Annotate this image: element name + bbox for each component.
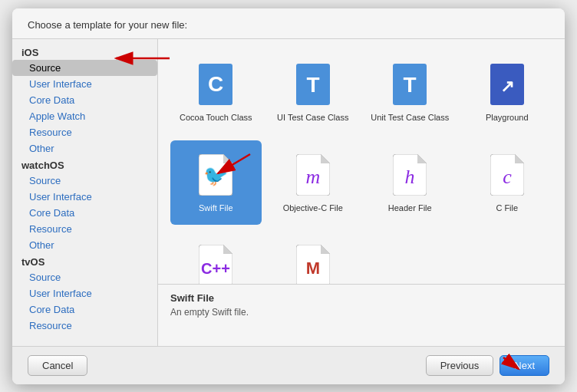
template-item-metal-file[interactable]: M Metal File	[268, 231, 359, 285]
sidebar: iOSSourceUser InterfaceCore DataApple Wa…	[12, 39, 158, 346]
unit-test-icon: T	[389, 60, 430, 109]
template-item-playground[interactable]: ↗ Playground	[462, 50, 553, 134]
header-file-icon: h	[389, 150, 430, 199]
template-item-unit-test[interactable]: T Unit Test Case Class	[364, 50, 456, 134]
template-item-cpp-file[interactable]: C++ C++ File	[170, 231, 262, 285]
svg-text:C++: C++	[201, 260, 230, 277]
description-panel: Swift File An empty Swift file.	[158, 285, 565, 346]
template-grid: C Cocoa Touch Class T UI Test Case Class…	[158, 39, 565, 285]
cancel-button[interactable]: Cancel	[28, 355, 87, 376]
template-item-header-file[interactable]: h Header File	[364, 140, 456, 225]
new-file-dialog: Choose a template for your new file: iOS…	[12, 8, 565, 384]
dialog-title: Choose a template for your new file:	[28, 19, 187, 31]
sidebar-item-source[interactable]: Source	[12, 173, 157, 189]
playground-icon: ↗	[486, 60, 528, 109]
dialog-footer: Cancel Previous Next	[12, 346, 565, 384]
template-label-objc-file: Objective-C File	[283, 203, 343, 213]
svg-text:C: C	[208, 72, 223, 96]
template-label-cocoa-touch: Cocoa Touch Class	[180, 112, 252, 123]
template-label-ui-test: UI Test Case Class	[277, 112, 348, 123]
description-title: Swift File	[170, 292, 552, 304]
sidebar-item-other[interactable]: Other	[12, 237, 157, 253]
template-label-c-file: C File	[496, 203, 518, 213]
template-label-playground: Playground	[486, 112, 529, 123]
template-label-unit-test: Unit Test Case Class	[371, 112, 449, 123]
sidebar-item-user-interface[interactable]: User Interface	[12, 285, 157, 301]
cpp-file-icon: C++	[195, 241, 236, 284]
sidebar-item-core-data[interactable]: Core Data	[12, 301, 157, 318]
sidebar-section-watchos: watchOS	[12, 156, 157, 173]
svg-text:T: T	[306, 73, 319, 97]
svg-text:m: m	[305, 166, 320, 188]
sidebar-item-core-data[interactable]: Core Data	[12, 205, 157, 221]
dialog-header: Choose a template for your new file:	[12, 8, 565, 39]
template-item-c-file[interactable]: c C File	[462, 140, 553, 225]
svg-text:M: M	[306, 259, 320, 278]
sidebar-section-ios: iOS	[12, 44, 157, 60]
next-button[interactable]: Next	[500, 355, 549, 376]
sidebar-item-source[interactable]: Source	[12, 269, 157, 285]
sidebar-section-tvos: tvOS	[12, 253, 157, 269]
sidebar-item-user-interface[interactable]: User Interface	[12, 189, 157, 205]
template-item-objc-file[interactable]: m Objective-C File	[268, 140, 359, 225]
svg-text:c: c	[503, 166, 512, 188]
sidebar-item-resource[interactable]: Resource	[12, 318, 157, 334]
dialog-body: iOSSourceUser InterfaceCore DataApple Wa…	[12, 39, 565, 346]
main-content: C Cocoa Touch Class T UI Test Case Class…	[158, 39, 565, 346]
template-item-swift-file[interactable]: 🐦 S Swift File	[170, 140, 262, 225]
template-item-ui-test[interactable]: T UI Test Case Class	[268, 50, 359, 134]
objc-file-icon: m	[292, 150, 334, 199]
sidebar-item-source[interactable]: Source	[12, 60, 157, 76]
svg-text:🐦: 🐦	[203, 163, 229, 188]
svg-text:↗: ↗	[500, 77, 514, 96]
nav-buttons: Previous Next	[426, 355, 549, 376]
template-label-header-file: Header File	[388, 203, 432, 213]
sidebar-item-user-interface[interactable]: User Interface	[12, 76, 157, 92]
svg-text:T: T	[404, 73, 417, 97]
svg-text:h: h	[405, 166, 415, 188]
template-item-cocoa-touch[interactable]: C Cocoa Touch Class	[170, 50, 262, 134]
template-label-swift-file: Swift File	[199, 203, 233, 213]
sidebar-item-resource[interactable]: Resource	[12, 124, 157, 140]
description-text: An empty Swift file.	[170, 307, 552, 318]
sidebar-item-core-data[interactable]: Core Data	[12, 92, 157, 108]
c-file-icon: c	[486, 150, 528, 199]
ui-test-icon: T	[292, 60, 334, 109]
metal-file-icon: M	[292, 241, 334, 284]
sidebar-item-other[interactable]: Other	[12, 140, 157, 156]
cocoa-touch-icon: C	[195, 60, 236, 109]
swift-file-icon: 🐦 S	[195, 150, 236, 199]
sidebar-item-resource[interactable]: Resource	[12, 221, 157, 237]
sidebar-item-apple-watch[interactable]: Apple Watch	[12, 108, 157, 124]
previous-button[interactable]: Previous	[426, 355, 494, 376]
